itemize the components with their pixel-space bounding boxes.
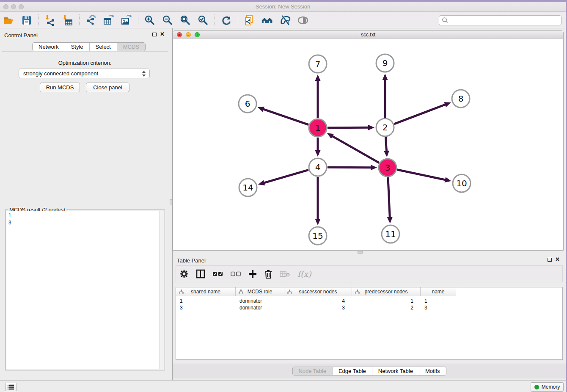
column-header-name[interactable]: name — [421, 287, 456, 296]
column-header-MCDS-role[interactable]: MCDS role — [236, 287, 284, 296]
first-neighbors-icon[interactable] — [261, 14, 273, 26]
edge-3-10[interactable] — [397, 170, 446, 180]
cell-name[interactable]: 1 — [421, 298, 456, 304]
eye-icon[interactable] — [297, 14, 309, 26]
apply-layout-icon[interactable] — [220, 14, 232, 26]
edge-arrowhead — [315, 75, 321, 81]
node-label-14: 14 — [242, 182, 253, 193]
float-panel-icon[interactable] — [548, 258, 552, 262]
edge-1-6[interactable] — [263, 109, 308, 124]
mcds-result-scrollbar[interactable] — [159, 211, 164, 369]
tab-select[interactable]: Select — [89, 43, 117, 51]
select-all-columns-icon[interactable] — [213, 269, 223, 279]
node-table[interactable]: shared nameMCDS rolesuccessor nodesprede… — [176, 287, 563, 360]
edge-arrowhead — [387, 217, 393, 224]
zoom-fit-icon[interactable] — [179, 14, 191, 26]
cell-predecessor-nodes[interactable]: 1 — [352, 298, 421, 304]
export-network-icon[interactable] — [85, 14, 97, 26]
panel-divider — [2, 51, 168, 52]
node-label-2: 2 — [383, 122, 388, 133]
import-network-icon[interactable] — [44, 14, 56, 26]
node-label-8: 8 — [458, 94, 464, 104]
edge-2-3[interactable] — [385, 137, 386, 152]
titlebar: Session: New Session — [0, 2, 566, 12]
edge-arrowhead — [383, 74, 388, 80]
optimization-select[interactable]: strongly connected component — [19, 69, 150, 78]
network-graph-canvas[interactable]: 7968124314101511 — [173, 39, 563, 250]
app-title: Session: New Session — [0, 3, 566, 10]
tab-style[interactable]: Style — [65, 43, 89, 51]
table-header-row: shared nameMCDS rolesuccessor nodesprede… — [176, 287, 456, 296]
panel-split-divider[interactable] — [170, 28, 173, 380]
cell-MCDS-role[interactable]: dominator — [236, 304, 284, 311]
open-session-icon[interactable] — [3, 14, 15, 26]
edge-arrowhead — [371, 165, 377, 170]
float-panel-icon[interactable] — [152, 33, 157, 36]
table-row[interactable]: 1dominator411 — [176, 298, 456, 304]
edge-3-1[interactable] — [332, 136, 379, 163]
tab-motifs[interactable]: Motifs — [419, 367, 446, 375]
close-panel-icon[interactable]: ✕ — [160, 32, 165, 36]
table-tabs-strip: Node TableEdge TableNetwork TableMotifs — [173, 364, 566, 378]
tab-network[interactable]: Network — [33, 43, 65, 51]
toolbar-separator — [138, 14, 138, 26]
column-header-shared-name[interactable]: shared name — [176, 287, 236, 296]
close-panel-button[interactable]: Close panel — [86, 83, 129, 92]
node-label-6: 6 — [245, 99, 250, 109]
control-panel: Control Panel ✕ NetworkStyleSelectMCDS O… — [0, 28, 170, 380]
settings-icon[interactable] — [180, 269, 188, 279]
show-columns-icon[interactable] — [196, 269, 205, 279]
edge-4-3[interactable] — [328, 167, 372, 168]
save-session-icon[interactable] — [21, 14, 33, 26]
tab-mcds[interactable]: MCDS — [117, 43, 145, 51]
network-view-window: ✕ − + scc.txt 7968124314101511 — [173, 30, 564, 251]
table-panel-title: Table Panel — [177, 257, 206, 264]
cell-successor-nodes[interactable]: 4 — [284, 298, 352, 304]
tab-network-table[interactable]: Network Table — [372, 367, 419, 375]
cell-MCDS-role[interactable]: dominator — [236, 298, 284, 304]
visual-style-icon[interactable] — [279, 14, 291, 26]
node-label-4: 4 — [315, 162, 321, 172]
network-window-title: scc.txt — [173, 32, 563, 38]
optimization-label: Optimization criterion: — [0, 60, 170, 66]
cell-successor-nodes[interactable]: 3 — [284, 304, 352, 311]
table-row[interactable]: 3dominator323 — [176, 304, 456, 311]
cell-shared-name[interactable]: 1 — [176, 298, 236, 304]
mcds-result-text[interactable]: 1 3 — [6, 211, 164, 369]
search-input[interactable] — [449, 16, 561, 25]
run-mcds-button[interactable]: Run MCDS — [40, 83, 80, 92]
zoom-selected-icon[interactable] — [197, 14, 209, 26]
delete-table-icon — [280, 269, 290, 279]
delete-column-icon[interactable] — [264, 269, 272, 279]
tab-node-table[interactable]: Node Table — [292, 367, 332, 375]
column-header-predecessor-nodes[interactable]: predecessor nodes — [352, 287, 421, 296]
cell-shared-name[interactable]: 3 — [176, 304, 236, 311]
close-panel-icon[interactable]: ✕ — [555, 257, 560, 262]
search-box[interactable] — [439, 15, 561, 25]
edge-3-11[interactable] — [388, 177, 390, 218]
horizontal-split-divider[interactable] — [173, 251, 566, 254]
table-toolbar: f(x) — [176, 265, 563, 282]
status-menu-button[interactable] — [5, 383, 17, 391]
export-table-icon[interactable] — [103, 14, 115, 26]
zoom-out-icon[interactable] — [162, 14, 173, 26]
import-table-icon[interactable] — [62, 14, 74, 26]
memory-button[interactable]: Memory — [531, 382, 564, 392]
duplicate-network-icon[interactable] — [244, 14, 256, 26]
zoom-in-icon[interactable] — [144, 14, 156, 26]
cell-name[interactable]: 3 — [421, 304, 456, 311]
cell-predecessor-nodes[interactable]: 2 — [352, 304, 421, 311]
network-window-titlebar[interactable]: ✕ − + scc.txt — [173, 31, 563, 39]
edge-4-14[interactable] — [263, 170, 308, 183]
export-image-icon[interactable] — [121, 14, 132, 26]
create-column-icon[interactable] — [248, 269, 257, 279]
divider-grip[interactable] — [170, 199, 172, 204]
edge-2-8[interactable] — [394, 104, 446, 124]
main-toolbar — [0, 12, 566, 28]
column-header-successor-nodes[interactable]: successor nodes — [284, 287, 352, 296]
edge-1-2[interactable] — [328, 127, 369, 128]
unselect-all-columns-icon[interactable] — [231, 269, 241, 279]
node-label-3: 3 — [385, 163, 391, 173]
memory-label: Memory — [542, 384, 560, 390]
tab-edge-table[interactable]: Edge Table — [332, 367, 372, 375]
